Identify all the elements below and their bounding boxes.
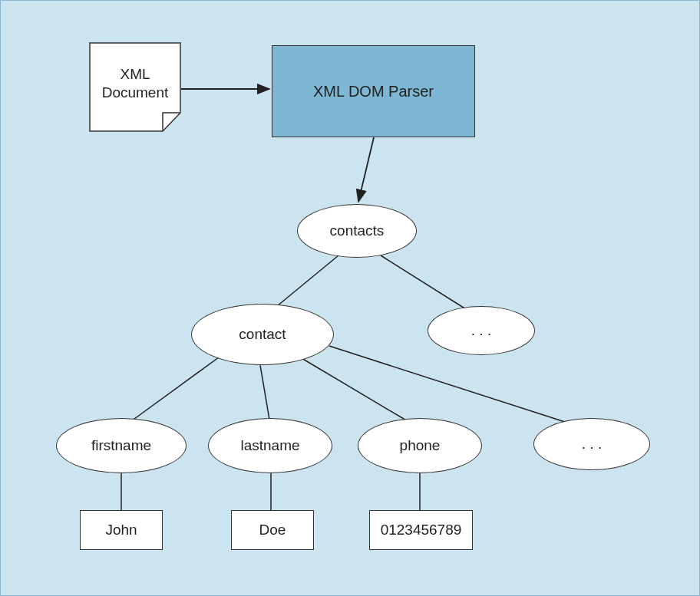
svg-line-7 <box>329 346 567 423</box>
contacts-label: contacts <box>330 222 385 239</box>
phone-label: phone <box>400 437 441 454</box>
tree-node-ellipsis-1: . . . <box>428 306 535 355</box>
tree-node-ellipsis-2: . . . <box>533 418 650 470</box>
svg-line-1 <box>358 137 374 202</box>
svg-line-5 <box>260 365 269 420</box>
value-node-phone-number: 0123456789 <box>369 510 473 550</box>
svg-line-2 <box>277 255 338 306</box>
parser-label: XML DOM Parser <box>313 83 434 100</box>
ellipsis2-label: . . . <box>582 436 602 453</box>
xml-document-line2: Document <box>102 84 169 100</box>
lastname-label: lastname <box>240 437 299 454</box>
tree-node-lastname: lastname <box>208 418 332 473</box>
svg-line-6 <box>302 358 408 421</box>
doe-value: Doe <box>259 522 286 538</box>
tree-node-phone: phone <box>358 418 482 473</box>
ellipsis1-label: . . . <box>471 322 491 339</box>
tree-node-contacts: contacts <box>297 204 417 258</box>
value-node-doe: Doe <box>231 510 314 550</box>
diagram-canvas: XML Document XML DOM Parser contacts con… <box>0 0 700 596</box>
phone-number-value: 0123456789 <box>381 522 462 538</box>
john-value: John <box>105 522 137 538</box>
xml-document-line1: XML <box>120 66 150 82</box>
xml-dom-parser-node: XML DOM Parser <box>272 45 475 137</box>
xml-document-label: XML Document <box>89 65 181 102</box>
firstname-label: firstname <box>91 437 151 454</box>
tree-node-contact: contact <box>191 304 334 365</box>
contact-label: contact <box>239 326 286 343</box>
svg-line-3 <box>381 255 466 309</box>
tree-node-firstname: firstname <box>56 418 187 473</box>
value-node-john: John <box>80 510 163 550</box>
svg-line-4 <box>131 355 222 421</box>
xml-document-node: XML Document <box>89 42 181 130</box>
